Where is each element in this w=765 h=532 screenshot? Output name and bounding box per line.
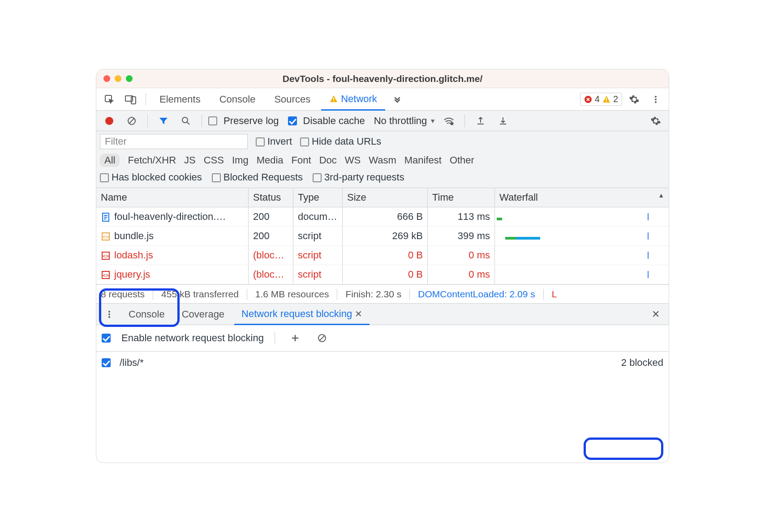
svg-rect-7 [606,101,607,102]
warning-icon [602,95,610,103]
cell-time: 0 ms [428,246,495,265]
table-row[interactable]: foul-heavenly-direction.…200docum…666 B1… [96,207,669,227]
svg-rect-6 [606,98,607,100]
warning-icon [329,94,338,103]
inspect-element-icon[interactable] [100,91,119,108]
tab-label: Console [219,94,256,105]
import-har-icon[interactable] [471,112,490,129]
status-transferred: 455 kB transferred [161,289,239,300]
type-chip-ws[interactable]: WS [345,154,361,166]
sort-asc-icon: ▲ [658,192,664,199]
drawer-tab-network-request-blocking[interactable]: Network request blocking ✕ [234,304,370,325]
filter-input[interactable]: Filter [100,134,248,149]
window-title: DevTools - foul-heavenly-direction.glitc… [96,73,669,84]
divider [147,115,148,127]
invert-checkbox[interactable] [256,137,265,146]
blocked-requests-checkbox[interactable] [212,173,221,182]
zoom-window-button[interactable] [126,75,133,82]
remove-all-patterns-icon[interactable] [313,330,331,347]
type-chip-media[interactable]: Media [257,154,284,166]
more-tabs-icon[interactable] [388,91,407,108]
table-row[interactable]: <>jquery.js(bloc…script0 B0 ms [96,265,669,284]
type-chip-css[interactable]: CSS [204,154,224,166]
cell-name: lodash.js [114,249,153,261]
drawer-tab-console[interactable]: Console [121,304,172,325]
has-blocked-cookies-checkbox[interactable] [100,173,109,182]
col-label: Type [298,192,319,203]
enable-blocking-checkbox[interactable] [102,334,111,343]
col-label: Waterfall [499,192,538,203]
throttling-select[interactable]: No throttling ▼ [374,115,436,127]
type-chip-other[interactable]: Other [450,154,474,166]
tab-sources[interactable]: Sources [266,88,318,110]
panel-settings-icon[interactable] [646,112,665,129]
search-icon[interactable] [176,112,195,129]
type-chip-font[interactable]: Font [292,154,311,166]
col-size[interactable]: Size [343,188,428,207]
col-type[interactable]: Type [293,188,343,207]
network-conditions-icon[interactable] [439,112,458,129]
file-type-icon [101,212,111,222]
tab-label: Coverage [182,309,224,320]
third-party-checkbox[interactable] [313,173,322,182]
table-body: foul-heavenly-direction.…200docum…666 B1… [96,207,669,284]
add-pattern-icon[interactable] [286,330,305,347]
type-chip-doc[interactable]: Doc [319,154,337,166]
hide-data-urls-checkbox[interactable] [300,137,309,146]
type-chip-wasm[interactable]: Wasm [369,154,396,166]
network-toolbar: Preserve log Disable cache No throttling… [96,111,669,131]
tab-console[interactable]: Console [211,88,264,110]
invert-label: Invert [267,136,292,147]
type-chip-all[interactable]: All [100,154,120,167]
col-name[interactable]: Name [96,188,249,207]
tab-network[interactable]: Network [321,89,385,111]
clear-button[interactable] [122,112,141,129]
throttling-label: No throttling [374,115,427,127]
error-icon [584,95,592,103]
chevron-down-icon: ▼ [430,117,436,124]
pattern-enabled-checkbox[interactable] [102,358,111,367]
close-window-button[interactable] [103,75,110,82]
cell-status: (bloc… [249,265,293,284]
blocking-pattern-row[interactable]: /libs/* 2 blocked [96,352,669,374]
file-type-icon: <> [101,251,111,261]
close-drawer-icon[interactable]: ✕ [646,306,665,323]
settings-icon[interactable] [625,91,644,108]
type-chip-img[interactable]: Img [232,154,249,166]
preserve-log-checkbox[interactable] [208,116,217,125]
drawer-tab-coverage[interactable]: Coverage [175,304,232,325]
device-toolbar-icon[interactable] [121,91,140,108]
filter-toggle-icon[interactable] [154,112,173,129]
close-tab-icon[interactable]: ✕ [355,309,362,319]
kebab-menu-icon[interactable] [646,91,665,108]
svg-text:<>: <> [103,234,109,240]
cell-status: 200 [249,207,293,226]
svg-rect-4 [333,100,334,101]
drawer-kebab-icon[interactable] [100,306,119,323]
cell-name: foul-heavenly-direction.… [114,211,226,222]
status-resources: 1.6 MB resources [255,289,329,300]
col-time[interactable]: Time [428,188,495,207]
type-chip-js[interactable]: JS [184,154,196,166]
type-chip-fetch-xhr[interactable]: Fetch/XHR [128,154,176,166]
main-tabstrip: Elements Console Sources Network 4 2 [96,88,669,111]
issues-counter[interactable]: 4 2 [580,93,622,106]
type-chip-manifest[interactable]: Manifest [404,154,442,166]
file-type-icon: <> [101,270,111,280]
table-row[interactable]: <>lodash.js(bloc…script0 B0 ms [96,246,669,265]
record-button[interactable] [100,112,119,129]
minimize-window-button[interactable] [115,75,121,82]
filter-area: Filter Invert Hide data URLs AllFetch/XH… [96,131,669,188]
preserve-log-label: Preserve log [223,115,279,127]
col-waterfall[interactable]: Waterfall▲ [495,188,669,207]
svg-point-23 [108,311,110,313]
col-status[interactable]: Status [249,188,293,207]
svg-point-9 [655,99,657,100]
filter-placeholder: Filter [105,136,127,147]
tab-label: Console [129,309,165,320]
table-row[interactable]: <>bundle.js200script269 kB399 ms [96,227,669,246]
tab-elements[interactable]: Elements [151,88,209,110]
disable-cache-checkbox[interactable] [288,116,297,125]
tab-label: Network request blocking [241,308,352,320]
export-har-icon[interactable] [494,112,512,129]
